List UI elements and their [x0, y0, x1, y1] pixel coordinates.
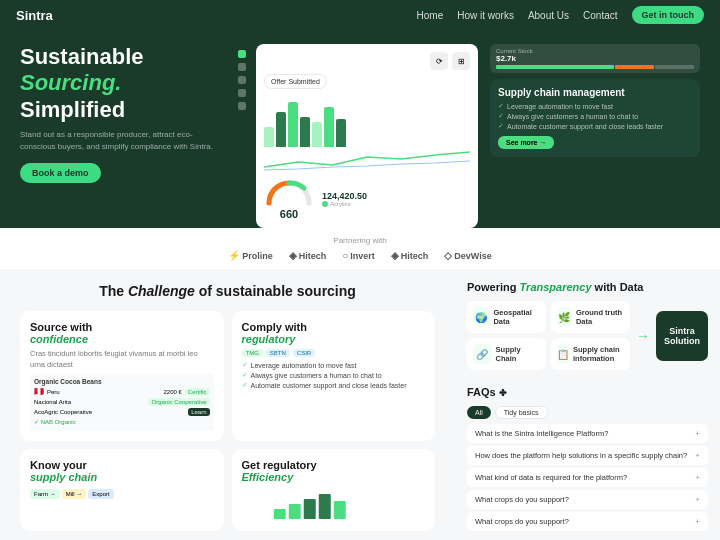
source-card: Source with confidence Cras tincidunt lo… [20, 311, 224, 441]
hero-section: Sustainable Sourcing. Simplified Stand o… [0, 30, 720, 228]
badge-row: TMG SBTN CSIR [242, 349, 426, 357]
comply-check-3: ✓ Automate customer support and close le… [242, 381, 426, 389]
faq-item-5[interactable]: What crops do you support? + [467, 512, 708, 531]
supply-chain-visual: Farm → Mill → Export [30, 489, 214, 499]
cert-tag: Certific [185, 388, 210, 396]
source-card-title: Source with confidence [30, 321, 214, 345]
source-mini-table: Organic Cocoa Beans 🇵🇪 Peru 2200 € Certi… [30, 374, 214, 431]
sidebar-dot-4 [238, 89, 246, 97]
sidebar-dot-1 [238, 50, 246, 58]
sintra-solution: SintraSolution [656, 311, 708, 361]
faq-chevron-4: + [695, 495, 700, 504]
bar-4 [300, 117, 310, 147]
bar-seg-grey [655, 65, 694, 69]
dash-icon-refresh[interactable]: ⟳ [430, 52, 448, 70]
hero-cta-button[interactable]: Book a demo [20, 163, 101, 183]
badge-sbtn: SBTN [266, 349, 290, 357]
transparency-title: Powering Transparency with Data [467, 281, 708, 293]
partner-devwise: ◇ DevWise [444, 250, 491, 261]
efficiency-title: Get regulatory Efficiency [242, 459, 426, 483]
trans-card-info: 📋 Supply chain information [551, 338, 630, 370]
check-icon-3: ✓ [498, 122, 504, 130]
info-icon: 📋 [557, 344, 569, 364]
nav-cta-button[interactable]: Get in touch [632, 6, 705, 24]
challenge-bold: Challenge [128, 283, 195, 299]
sidebar-dot-3 [238, 76, 246, 84]
svg-rect-3 [318, 494, 330, 519]
faq-icon: ✤ [499, 388, 507, 398]
check-icon-1: ✓ [498, 102, 504, 110]
dash-icon-grid[interactable]: ⊞ [452, 52, 470, 70]
node-2: Mill → [62, 489, 87, 499]
comply-card: Comply with regulatory TMG SBTN CSIR ✓ L… [232, 311, 436, 441]
learn-tag[interactable]: Learn [188, 408, 209, 416]
nab-organic: ✓ NAB Organic [34, 418, 76, 425]
comply-card-title: Comply with regulatory [242, 321, 426, 345]
country-name: Peru [47, 389, 60, 395]
invert-icon: ○ [342, 250, 348, 261]
transparency-section: Powering Transparency with Data 🌍 Geospa… [455, 269, 720, 378]
nav-home[interactable]: Home [417, 10, 444, 21]
faq-chevron-1: + [695, 429, 700, 438]
left-col: The Challenge of sustainable sourcing So… [0, 269, 455, 540]
trans-card-ground: 🌿 Ground truth Data [551, 301, 630, 333]
right-col: Powering Transparency with Data 🌍 Geospa… [455, 269, 720, 540]
line-chart [264, 147, 470, 172]
trans-card-supply: 🔗 Supply Chain [467, 338, 546, 370]
svg-rect-1 [288, 504, 300, 519]
faq-tab-all[interactable]: All [467, 406, 491, 419]
offer-tag: Offer Submitted [264, 74, 327, 89]
hero-title: Sustainable Sourcing. Simplified [20, 44, 220, 123]
faq-item-4[interactable]: What crops do you support? + [467, 490, 708, 509]
hitech1-icon: ◈ [289, 250, 297, 261]
geo-icon: 🌍 [473, 307, 489, 327]
faq-chevron-3: + [695, 473, 700, 482]
org-name: Nacional Arita [34, 399, 71, 405]
partner-proline: ⚡ Proline [228, 250, 273, 261]
source-confidence: confidence [30, 333, 88, 345]
efficiency-bold: Efficiency [242, 471, 294, 483]
faq-item-1[interactable]: What is the Sintra Intelligence Platform… [467, 424, 708, 443]
supply-chain-card: Know your supply chain Farm → Mill → Exp… [20, 449, 224, 531]
legend-label: Acrylics [330, 201, 351, 207]
comply-check-2: ✓ Always give customers a human to chat … [242, 371, 426, 379]
supply-btn[interactable]: See more → [498, 136, 554, 149]
hero-title-line2: Sourcing. [20, 70, 121, 95]
nav-how[interactable]: How it works [457, 10, 514, 21]
mini-bar-1 [496, 65, 694, 69]
supply-card-title: Supply chain management [498, 87, 692, 98]
hero-left: Sustainable Sourcing. Simplified Stand o… [20, 44, 220, 228]
nav-about[interactable]: About Us [528, 10, 569, 21]
organic-tag: Organic Cooperative [148, 398, 209, 406]
partner-hitech-1: ◈ Hitech [289, 250, 327, 261]
sidebar-dot-5 [238, 102, 246, 110]
faq-tabs: All Tidy basics [467, 406, 708, 419]
faq-title: FAQs ✤ [467, 386, 708, 398]
efficiency-chart [242, 489, 426, 519]
gauge-area: 660 124,420.50 Acrylics [264, 178, 470, 220]
supply-item-2: ✓ Always give customers a human to chat … [498, 112, 692, 120]
logo: Sintra [16, 8, 53, 23]
supply-icon: 🔗 [473, 344, 492, 364]
faq-chevron-2: + [695, 451, 700, 460]
dashboard-card: ⟳ ⊞ Offer Submitted [256, 44, 478, 228]
bar-7 [336, 119, 346, 147]
dashboard-sidebar [232, 44, 252, 228]
legend-dot [322, 201, 328, 207]
challenge-title: The Challenge of sustainable sourcing [20, 283, 435, 299]
efficiency-card: Get regulatory Efficiency [232, 449, 436, 531]
mini-stat-value-1: $2.7k [496, 54, 694, 63]
check-icon-2: ✓ [498, 112, 504, 120]
faq-item-2[interactable]: How does the platform help solutions in … [467, 446, 708, 465]
faq-tab-basics[interactable]: Tidy basics [495, 406, 548, 419]
transparency-italic: Transparency [520, 281, 592, 293]
faq-item-3[interactable]: What kind of data is required for the pl… [467, 468, 708, 487]
svg-rect-4 [333, 501, 345, 519]
nav-contact[interactable]: Contact [583, 10, 617, 21]
supply-card: Supply chain management ✓ Leverage autom… [490, 79, 700, 157]
comply-checks: ✓ Leverage automation to move fast ✓ Alw… [242, 361, 426, 389]
badge-tmg: TMG [242, 349, 263, 357]
check-1-icon: ✓ [242, 361, 248, 369]
supply-chain-bold: supply chain [30, 471, 97, 483]
node-3: Export [88, 489, 113, 499]
